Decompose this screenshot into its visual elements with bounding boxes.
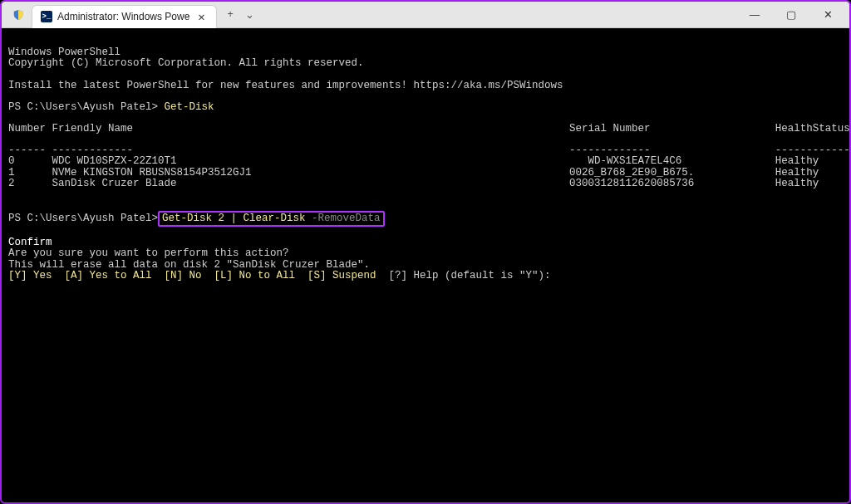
highlighted-command: Get-Disk 2 | Clear-Disk -RemoveData [158,211,385,227]
confirm-heading: Confirm [8,237,52,248]
close-button[interactable]: ✕ [809,2,846,28]
command: Get-Disk 2 | Clear-Disk [162,213,312,224]
maximize-button[interactable]: ▢ [773,2,809,28]
window-controls: — ▢ ✕ [736,2,846,28]
tab-close-icon[interactable]: ✕ [194,10,208,24]
confirm-text: Are you sure you want to perform this ac… [8,247,289,259]
new-tab-button[interactable]: + [227,8,233,21]
uac-shield-icon [10,7,27,23]
command: Get-Disk [165,101,214,113]
powershell-icon: >_ [41,11,52,22]
prompt: PS C:\Users\Ayush Patel> [8,213,158,224]
table-header: Style [8,134,851,145]
tab-dropdown-button[interactable]: ⌄ [245,8,254,21]
confirm-text: This will erase all data on disk 2 "SanD… [8,259,370,271]
table-row: 0 WDC WD10SPZX-22Z10T1 WD-WXS1EA7EL4C6 H… [8,155,851,167]
confirm-help: [?] Help (default is "Y"): [376,270,551,281]
table-header: Number Friendly Name Serial Number Healt… [8,123,851,135]
terminal-output[interactable]: Windows PowerShell Copyright (C) Microso… [2,28,849,290]
prompt: PS C:\Users\Ayush Patel> [8,101,165,113]
line: Copyright (C) Microsoft Corporation. All… [8,57,364,69]
table-row: 1 NVMe KINGSTON RBUSNS8154P3512GJ1 0026_… [8,167,851,179]
line: Windows PowerShell [8,46,121,58]
tab-powershell[interactable]: >_ Administrator: Windows Powe ✕ [32,5,217,28]
line: Install the latest PowerShell for new fe… [8,80,563,91]
tab-title: Administrator: Windows Powe [57,11,189,22]
titlebar: >_ Administrator: Windows Powe ✕ + ⌄ — ▢… [2,2,849,28]
tab-actions: + ⌄ [217,8,263,21]
table-rule: ------ ------------- ------------- -----… [8,144,851,156]
table-row: 2 SanDisk Cruzer Blade 03003128112620085… [8,178,851,189]
command-flag: -RemoveData [312,213,381,224]
confirm-options: [Y] Yes [A] Yes to All [N] No [L] No to … [8,270,376,281]
minimize-button[interactable]: — [736,2,773,28]
